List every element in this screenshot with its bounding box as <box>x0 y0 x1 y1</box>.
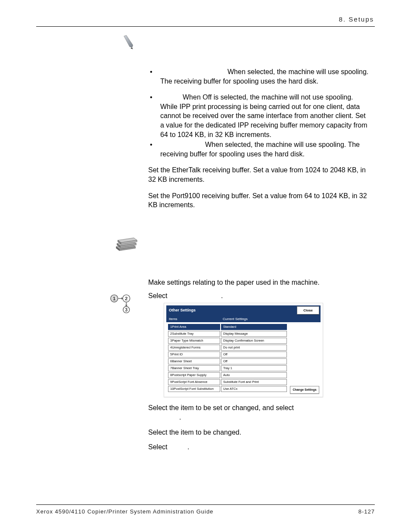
ss-row[interactable]: 7Banner Sheet TrayTray 1 <box>168 365 287 371</box>
settings-screenshot: Other Settings Close Items Current Setti… <box>164 303 323 397</box>
section-icon-row <box>114 234 375 256</box>
ss-cell-value[interactable]: Standard <box>221 324 287 330</box>
ss-close-button[interactable]: Close <box>297 306 319 314</box>
ss-cell-value[interactable]: Use ATCx <box>221 386 287 392</box>
ss-cell-value[interactable]: Off <box>221 352 287 358</box>
steps-123-icon: 1 2 3 <box>109 293 134 314</box>
ss-cell-value[interactable]: Do not print <box>221 345 287 351</box>
pen-icon <box>121 34 137 51</box>
ss-cell-item[interactable]: 3Paper Type Mismatch <box>168 338 220 344</box>
bullet-item: • When Off is selected, the machine will… <box>148 93 371 139</box>
bullet-dot: • <box>148 67 160 86</box>
ss-cell-item[interactable]: 1Print Area <box>168 324 220 330</box>
footer-rule <box>36 504 375 505</box>
ss-row[interactable]: 9PostScript Font AbsenceSubstitute Font … <box>168 379 287 385</box>
ss-cell-item[interactable]: 6Banner Sheet <box>168 358 220 364</box>
ss-cell-value[interactable]: Substitute Font and Print <box>221 379 287 385</box>
ss-columns: Items Current Settings <box>166 316 321 322</box>
bullet-dot: • <box>148 140 160 159</box>
ss-col-items: Items <box>166 316 220 322</box>
ss-row[interactable]: 6Banner SheetOff <box>168 358 287 364</box>
ss-cell-item[interactable]: 9PostScript Font Absence <box>168 379 220 385</box>
ss-cell-value[interactable]: Display Confirmation Screen <box>221 338 287 344</box>
bullet-text: When selected, the machine will use spoo… <box>160 67 371 86</box>
bullet-text: When selected, the machine will use spoo… <box>160 140 371 159</box>
ss-cell-item[interactable]: 2Substitute Tray <box>168 331 220 337</box>
ss-cell-value[interactable]: Off <box>221 358 287 364</box>
ss-cell-value[interactable]: Display Message <box>221 331 287 337</box>
ss-col-current: Current Settings <box>220 316 321 322</box>
ss-row[interactable]: 8Postscript Paper SupplyAuto <box>168 372 287 378</box>
footer-left: Xerox 4590/4110 Copier/Printer System Ad… <box>36 508 213 515</box>
bullet-text: When Off is selected, the machine will n… <box>160 93 371 139</box>
ss-cell-item[interactable]: 10PostScript Font Substitution <box>168 386 220 392</box>
svg-text:1: 1 <box>113 296 115 301</box>
footer-right: 8-127 <box>358 508 375 515</box>
bullet-item: • When selected, the machine will use sp… <box>148 67 371 86</box>
ss-rows: 1Print AreaStandard2Substitute TrayDispl… <box>166 322 289 395</box>
body-text-block: • When selected, the machine will use sp… <box>148 67 371 210</box>
svg-text:3: 3 <box>125 308 128 312</box>
ss-row[interactable]: 5Print IDOff <box>168 352 287 358</box>
steps-icon-col: 1 2 3 <box>109 291 146 315</box>
ss-cell-value[interactable]: Auto <box>221 372 287 378</box>
step2: Select the item to be set or changed, an… <box>148 403 371 413</box>
bullet-dot: • <box>148 93 160 139</box>
ss-cell-item[interactable]: 8Postscript Paper Supply <box>168 372 220 378</box>
ss-row[interactable]: 4Unregistered FormsDo not print <box>168 345 287 351</box>
ss-cell-item[interactable]: 7Banner Sheet Tray <box>168 365 220 371</box>
bullet-item: • When selected, the machine will use sp… <box>148 140 371 159</box>
ss-cell-value[interactable]: Tray 1 <box>221 365 287 371</box>
chapter-header: 8. Setups <box>36 16 375 23</box>
step1: Select . <box>148 291 371 301</box>
ss-title: Other Settings <box>169 308 196 313</box>
step4: Select . <box>148 442 371 452</box>
section2-intro: Make settings relating to the paper used… <box>148 278 371 287</box>
step2b: . <box>148 413 371 422</box>
ss-header: Other Settings Close <box>166 305 321 316</box>
ss-right-panel: Change Settings <box>289 322 321 395</box>
ss-change-settings-button[interactable]: Change Settings <box>290 386 319 394</box>
ss-cell-item[interactable]: 5Print ID <box>168 352 220 358</box>
book-stack-icon <box>114 234 138 255</box>
para-port9100: Set the Port9100 receiving buffer. Set a… <box>148 191 371 210</box>
steps-text-col: Select . Other Settings Close Items Curr… <box>148 291 371 452</box>
ss-cell-item[interactable]: 4Unregistered Forms <box>168 345 220 351</box>
page-footer: Xerox 4590/4110 Copier/Printer System Ad… <box>36 504 375 515</box>
note-icon-row <box>121 34 375 53</box>
step3: Select the item to be changed. <box>148 428 371 437</box>
ss-row[interactable]: 3Paper Type MismatchDisplay Confirmation… <box>168 338 287 344</box>
ss-row[interactable]: 2Substitute TrayDisplay Message <box>168 331 287 337</box>
para-ethertalk: Set the EtherTalk receiving buffer. Set … <box>148 165 371 184</box>
ss-row[interactable]: 10PostScript Font SubstitutionUse ATCx <box>168 386 287 392</box>
ss-row[interactable]: 1Print AreaStandard <box>168 324 287 330</box>
svg-text:2: 2 <box>125 296 128 301</box>
header-rule <box>36 26 375 27</box>
